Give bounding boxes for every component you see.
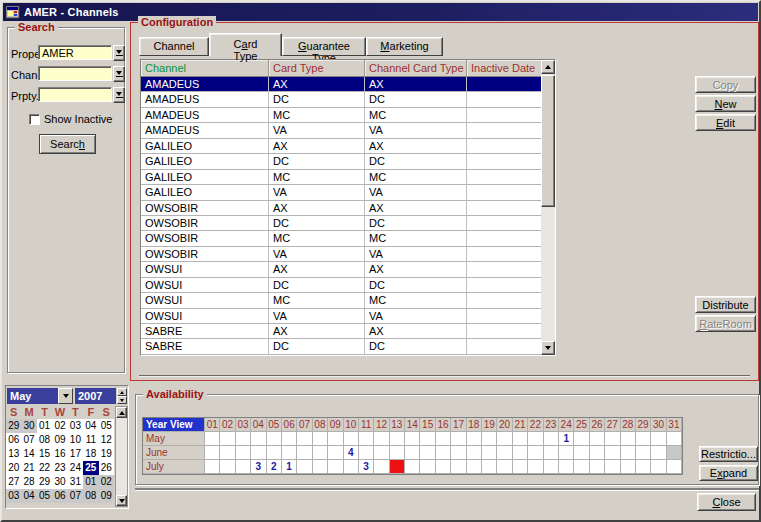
calendar-day[interactable]: 14	[21, 447, 36, 461]
availability-cell[interactable]	[590, 446, 605, 460]
availability-cell[interactable]	[451, 460, 466, 474]
availability-cell[interactable]	[590, 460, 605, 474]
availability-cell[interactable]	[636, 460, 651, 474]
calendar-day[interactable]: 30	[52, 475, 67, 489]
calendar-day[interactable]: 05	[37, 489, 52, 503]
availability-cell[interactable]: 1	[559, 432, 574, 446]
availability-cell[interactable]	[667, 432, 682, 446]
calendar-day[interactable]: 29	[37, 475, 52, 489]
availability-cell[interactable]	[420, 432, 435, 446]
table-row[interactable]: GALILEOVAVA	[141, 185, 555, 200]
calendar-scrollbar[interactable]	[115, 406, 128, 507]
availability-cell-disabled[interactable]	[667, 446, 682, 460]
availability-cell[interactable]	[621, 446, 636, 460]
availability-cell[interactable]	[405, 432, 420, 446]
calendar-day[interactable]: 17	[68, 447, 83, 461]
availability-cell[interactable]	[313, 432, 328, 446]
calendar-day[interactable]: 13	[6, 447, 21, 461]
scrollbar-thumb[interactable]	[541, 75, 555, 207]
availability-cell[interactable]	[359, 446, 374, 460]
availability-cell[interactable]	[544, 432, 559, 446]
table-row[interactable]: OWSOBIRAXAX	[141, 201, 555, 216]
calendar-day[interactable]: 05	[99, 419, 114, 433]
table-row[interactable]: SABREAXAX	[141, 324, 555, 339]
year-spin-down-button[interactable]	[117, 396, 127, 404]
availability-cell[interactable]	[467, 432, 482, 446]
availability-cell[interactable]	[559, 446, 574, 460]
column-header-channel-card-type[interactable]: Channel Card Type	[365, 60, 467, 76]
calendar-day[interactable]: 28	[21, 475, 36, 489]
scroll-down-button[interactable]	[541, 341, 555, 355]
calendar-day[interactable]: 06	[6, 433, 21, 447]
availability-cell[interactable]	[497, 446, 512, 460]
availability-cell[interactable]	[467, 460, 482, 474]
table-row[interactable]: AMADEUSAXAX	[141, 77, 555, 92]
availability-cell[interactable]	[651, 460, 666, 474]
year-view-header[interactable]: Year View	[143, 418, 205, 432]
availability-cell[interactable]	[313, 446, 328, 460]
calendar-day[interactable]: 03	[6, 489, 21, 503]
availability-cell[interactable]	[344, 432, 359, 446]
availability-cell[interactable]	[251, 432, 266, 446]
title-bar[interactable]: AMER - Channels	[3, 3, 758, 21]
edit-button[interactable]: Edit	[695, 114, 756, 131]
availability-cell[interactable]: 2	[267, 460, 282, 474]
availability-cell-alert[interactable]	[390, 460, 405, 474]
availability-cell[interactable]	[513, 460, 528, 474]
availability-cell[interactable]	[236, 432, 251, 446]
expand-button[interactable]: Expand	[699, 465, 758, 481]
availability-cell[interactable]	[328, 460, 343, 474]
calendar-day[interactable]: 09	[99, 489, 114, 503]
table-row[interactable]: OWSOBIRDCDC	[141, 216, 555, 231]
availability-cell[interactable]	[328, 432, 343, 446]
availability-cell[interactable]	[420, 446, 435, 460]
availability-cell[interactable]	[651, 432, 666, 446]
calendar-day[interactable]: 18	[83, 447, 98, 461]
availability-cell[interactable]	[220, 446, 235, 460]
calendar-day[interactable]: 11	[83, 433, 98, 447]
calendar-day[interactable]: 20	[6, 461, 21, 475]
calendar-day[interactable]: 29	[6, 419, 21, 433]
calendar-month-dropdown-button[interactable]	[58, 388, 73, 404]
calendar-day[interactable]: 31	[68, 475, 83, 489]
availability-cell[interactable]	[544, 446, 559, 460]
availability-cell[interactable]	[297, 460, 312, 474]
column-header-channel[interactable]: Channel	[141, 60, 269, 76]
availability-cell[interactable]	[605, 460, 620, 474]
availability-cell[interactable]: 3	[359, 460, 374, 474]
availability-cell[interactable]	[559, 460, 574, 474]
calendar-day[interactable]: 04	[21, 489, 36, 503]
availability-cell[interactable]	[651, 446, 666, 460]
availability-cell[interactable]	[467, 446, 482, 460]
availability-cell[interactable]	[390, 432, 405, 446]
distribute-button[interactable]: Distribute	[695, 296, 756, 313]
table-row[interactable]: SABREDCDC	[141, 339, 555, 354]
availability-cell[interactable]	[344, 460, 359, 474]
prpty-id-field[interactable]	[38, 87, 112, 102]
table-row[interactable]: GALILEODCDC	[141, 154, 555, 169]
calendar-day[interactable]: 09	[52, 433, 67, 447]
availability-cell[interactable]	[544, 460, 559, 474]
table-row[interactable]: OWSUIMCMC	[141, 293, 555, 308]
property-field[interactable]: AMER	[38, 45, 112, 60]
availability-cell[interactable]	[297, 446, 312, 460]
availability-cell[interactable]	[621, 432, 636, 446]
availability-cell[interactable]	[205, 460, 220, 474]
availability-cell[interactable]	[574, 432, 589, 446]
availability-cell[interactable]: 4	[344, 446, 359, 460]
calendar-day[interactable]: 08	[37, 433, 52, 447]
calendar-day[interactable]: 02	[52, 419, 67, 433]
calendar-day[interactable]: 03	[68, 419, 83, 433]
calendar-year-field[interactable]: 2007	[75, 388, 116, 404]
availability-cell[interactable]: 3	[251, 460, 266, 474]
availability-cell[interactable]	[251, 446, 266, 460]
availability-cell[interactable]	[436, 446, 451, 460]
availability-cell[interactable]	[482, 432, 497, 446]
calendar-day[interactable]: 12	[99, 433, 114, 447]
table-row[interactable]: AMADEUSDCDC	[141, 92, 555, 107]
tab-guarantee-type[interactable]: Guarantee Type	[282, 37, 366, 56]
scroll-up-button[interactable]	[541, 60, 555, 74]
calendar-day[interactable]: 24	[68, 461, 83, 475]
availability-cell[interactable]	[621, 460, 636, 474]
availability-cell[interactable]	[374, 446, 389, 460]
